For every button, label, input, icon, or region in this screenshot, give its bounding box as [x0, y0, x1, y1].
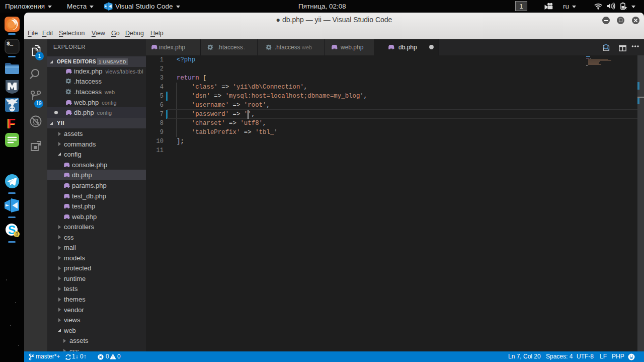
svg-text:F: F	[8, 116, 16, 131]
svg-text:$_: $_	[7, 41, 14, 47]
svg-text:β: β	[16, 232, 19, 237]
